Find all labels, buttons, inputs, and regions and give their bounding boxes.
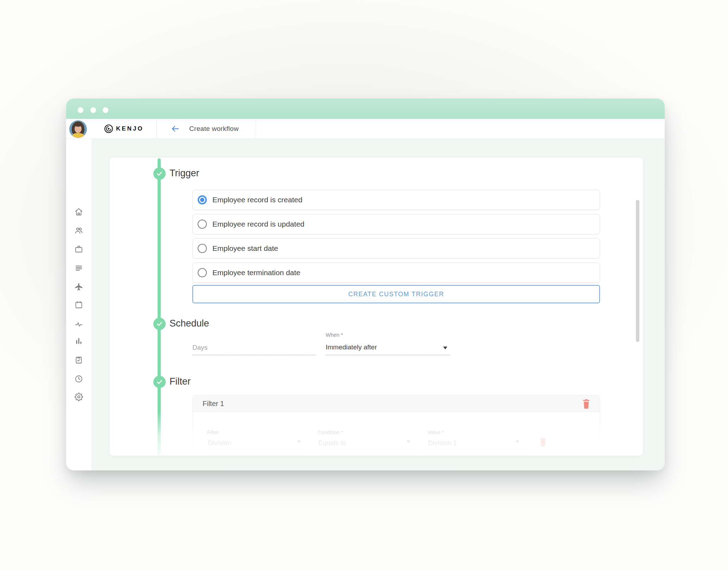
bar-chart-icon [75,337,83,345]
people-icon [75,226,83,235]
days-field[interactable] [192,340,315,355]
field-underline [207,449,306,450]
step-check-trigger [153,167,166,180]
delete-filter-button[interactable] [582,399,590,409]
filter-panel-header: Filter 1 [193,395,600,412]
sidebar-item-tasks[interactable] [75,356,83,364]
field-underline [326,355,450,355]
airplane-icon [75,283,83,291]
when-value: Immediately after [326,343,377,351]
browser-titlebar [66,99,665,119]
sidebar-item-time-off[interactable] [75,283,83,291]
chevron-down-icon[interactable] [407,441,410,443]
clock-icon [75,375,83,383]
home-icon [75,208,83,216]
step-title-trigger: Trigger [170,168,199,179]
step-check-schedule [153,318,166,330]
delete-filter-row-button[interactable] [539,438,548,448]
app-header: KENJO Create workflow [66,119,665,139]
radio-icon[interactable] [198,244,207,253]
workflow-card: Trigger Employee record is created Emplo… [110,158,643,456]
kenjo-logo-icon [104,124,113,133]
option-label: Employee record is updated [212,220,305,228]
sidebar-item-performance[interactable] [75,320,83,329]
condition-column-label: Condition * [318,429,343,435]
list-icon [75,264,83,272]
sidebar-item-settings[interactable] [75,393,83,401]
when-select[interactable]: Immediately after [326,340,450,355]
sidebar-item-reports[interactable] [75,337,83,345]
radio-selected-icon[interactable] [198,195,207,204]
chevron-down-icon[interactable] [516,441,519,443]
option-label: Employee start date [212,244,278,253]
workflow-timeline [158,158,161,455]
gear-icon [75,393,83,401]
check-icon [156,170,163,177]
avatar-body [72,133,84,138]
sidebar-item-attendance[interactable] [75,375,83,383]
sidebar-item-home[interactable] [75,208,83,216]
filter-panel-title: Filter 1 [203,395,224,412]
page-title: Create workflow [189,119,239,139]
sidebar-item-employees[interactable] [75,226,83,235]
sidebar [66,139,91,470]
step-check-filter [153,376,166,388]
header-divider [157,119,157,139]
radio-icon[interactable] [198,220,207,229]
traffic-light-dot[interactable] [78,107,83,113]
filter-panel: Filter 1 Filter Division Condition * Equ… [192,395,600,456]
step-title-schedule: Schedule [170,318,209,329]
kenjo-logo: KENJO [104,119,144,139]
option-label: Employee record is created [212,196,302,204]
chevron-down-icon[interactable] [297,441,301,443]
brand-name: KENJO [116,125,144,132]
radio-icon[interactable] [198,268,207,277]
sidebar-item-records[interactable] [75,264,83,272]
app-window: KENJO Create workflow [66,99,665,470]
sidebar-item-calendar[interactable] [75,300,83,309]
back-button[interactable] [171,125,179,133]
field-underline [318,449,416,450]
main-content: Trigger Employee record is created Emplo… [91,139,665,470]
activity-icon [75,320,83,329]
briefcase-icon [75,245,83,253]
option-label: Employee termination date [212,268,300,277]
check-icon [156,379,163,385]
trash-icon [582,399,590,409]
days-input[interactable] [192,340,315,355]
calendar-icon [75,300,83,309]
trigger-option-updated[interactable]: Employee record is updated [192,214,600,234]
trigger-option-termination-date[interactable]: Employee termination date [192,262,600,283]
sidebar-item-recruitment[interactable] [75,245,83,253]
traffic-light-dot[interactable] [90,107,96,113]
chevron-down-icon[interactable] [443,347,447,349]
trigger-option-created[interactable]: Employee record is created [192,190,600,210]
value-column-label: Value * [427,429,444,435]
field-underline [427,449,526,450]
check-icon [156,321,163,327]
trash-icon [539,438,547,447]
filter-column-value[interactable]: Division [208,439,231,447]
avatar[interactable] [69,120,87,138]
trigger-option-start-date[interactable]: Employee start date [192,238,600,259]
value-column-value[interactable]: Division 1 [428,439,457,447]
create-custom-trigger-button[interactable]: CREATE CUSTOM TRIGGER [192,285,600,303]
traffic-light-dot[interactable] [103,107,108,113]
clipboard-check-icon [75,356,83,364]
when-label: When * [326,332,343,338]
condition-column-value[interactable]: Equals to [318,439,346,447]
filter-column-label: Filter [207,429,219,435]
avatar-fringe [74,122,83,127]
step-title-filter: Filter [170,376,191,387]
scrollbar-thumb[interactable] [636,200,639,342]
header-divider [256,119,256,139]
arrow-left-icon [171,125,179,133]
field-underline [192,355,315,355]
